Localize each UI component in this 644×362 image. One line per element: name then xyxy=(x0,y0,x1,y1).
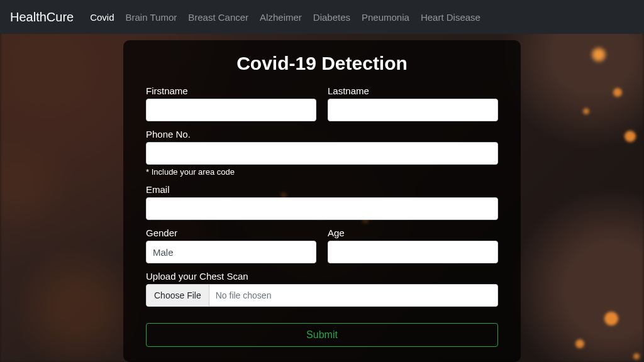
file-status-text: No file chosen xyxy=(209,290,278,300)
navbar: HealthCure Covid Brain Tumor Breast Canc… xyxy=(0,0,644,34)
choose-file-button[interactable]: Choose File xyxy=(147,285,209,306)
upload-label: Upload your Chest Scan xyxy=(146,271,498,282)
nav-item-alzheimer[interactable]: Alzheimer xyxy=(260,12,302,23)
phone-label: Phone No. xyxy=(146,129,498,140)
lastname-input[interactable] xyxy=(328,99,498,121)
file-input[interactable]: Choose File No file chosen xyxy=(146,284,498,307)
phone-hint: * Include your area code xyxy=(146,167,498,177)
age-label: Age xyxy=(328,228,498,238)
submit-button[interactable]: Submit xyxy=(146,323,498,347)
firstname-label: Firstname xyxy=(146,85,316,96)
page-title: Covid-19 Detection xyxy=(146,53,498,74)
gender-select[interactable]: Male xyxy=(146,241,316,263)
gender-label: Gender xyxy=(146,228,316,238)
form-card: Covid-19 Detection Firstname Lastname Ph… xyxy=(123,40,521,362)
firstname-input[interactable] xyxy=(146,99,316,121)
nav-item-brain-tumor[interactable]: Brain Tumor xyxy=(126,12,177,23)
email-label: Email xyxy=(146,184,498,195)
nav-item-pneumonia[interactable]: Pneumonia xyxy=(362,12,409,23)
nav-item-heart-disease[interactable]: Heart Disease xyxy=(421,12,480,23)
brand[interactable]: HealthCure xyxy=(10,10,74,25)
nav-item-covid[interactable]: Covid xyxy=(90,12,114,23)
email-input[interactable] xyxy=(146,197,498,220)
lastname-label: Lastname xyxy=(328,85,498,96)
nav-item-diabetes[interactable]: Diabetes xyxy=(313,12,350,23)
phone-input[interactable] xyxy=(146,142,498,165)
nav-item-breast-cancer[interactable]: Breast Cancer xyxy=(188,12,248,23)
age-input[interactable] xyxy=(328,241,498,263)
